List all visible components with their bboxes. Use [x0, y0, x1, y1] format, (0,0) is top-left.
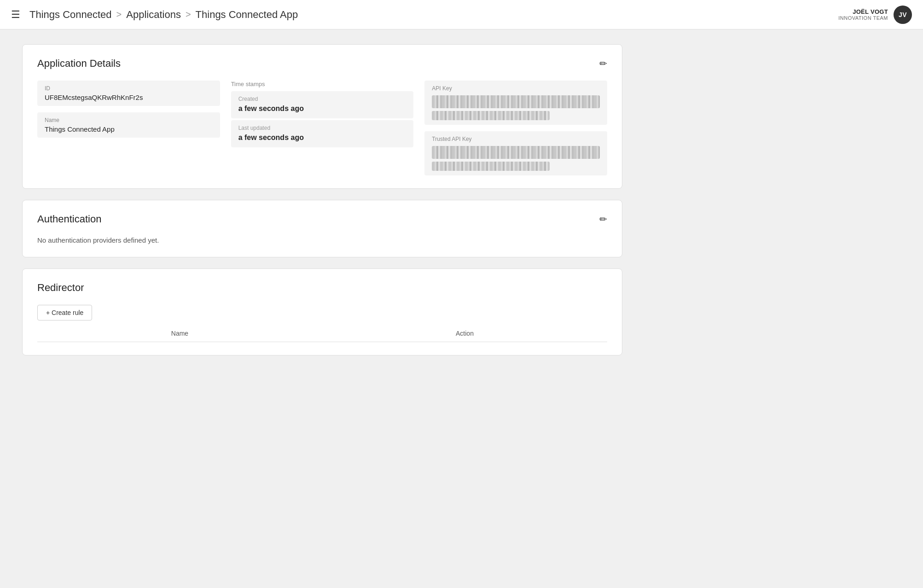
api-key-blur	[432, 95, 600, 108]
updated-value: a few seconds ago	[238, 133, 406, 143]
header-right: JOËL VOGT INNOVATION TEAM JV	[838, 6, 912, 24]
user-team: INNOVATION TEAM	[838, 15, 888, 21]
avatar[interactable]: JV	[894, 6, 912, 24]
updated-timestamp-box: Last updated a few seconds ago	[231, 120, 414, 147]
timestamps-label: Time stamps	[231, 81, 414, 87]
updated-label: Last updated	[238, 125, 406, 131]
app-details-grid: ID UF8EMcstegsaQKRwRhKnFr2s Name Things …	[37, 81, 607, 175]
card-header-auth: Authentication ✏	[37, 213, 607, 225]
trusted-api-key-blur	[432, 146, 600, 159]
edit-auth-icon[interactable]: ✏	[599, 214, 607, 225]
id-name-group: ID UF8EMcstegsaQKRwRhKnFr2s Name Things …	[37, 81, 220, 138]
breadcrumb-sep-1: >	[116, 9, 122, 20]
app-header: ☰ Things Connected > Applications > Thin…	[0, 0, 923, 29]
api-key-group: API Key	[424, 81, 607, 125]
hamburger-icon[interactable]: ☰	[11, 9, 20, 21]
redirector-title: Redirector	[37, 282, 84, 294]
header-left: ☰ Things Connected > Applications > Thin…	[11, 9, 838, 21]
user-info: JOËL VOGT INNOVATION TEAM	[838, 8, 888, 21]
created-label: Created	[238, 96, 406, 102]
breadcrumb-current: Things Connected App	[196, 9, 298, 21]
api-key-label: API Key	[432, 85, 600, 92]
id-field-box: ID UF8EMcstegsaQKRwRhKnFr2s	[37, 81, 220, 106]
created-value: a few seconds ago	[238, 104, 406, 114]
trusted-api-key-blur-2	[432, 162, 549, 171]
table-action-header: Action	[322, 330, 607, 337]
breadcrumb-applications[interactable]: Applications	[126, 9, 181, 21]
id-label: ID	[45, 85, 213, 92]
api-key-section: API Key Trusted API Key	[424, 81, 607, 175]
trusted-api-key-label: Trusted API Key	[432, 136, 600, 142]
table-name-header: Name	[37, 330, 322, 337]
name-value: Things Connected App	[45, 125, 213, 133]
user-name: JOËL VOGT	[838, 8, 888, 15]
created-timestamp-box: Created a few seconds ago	[231, 91, 414, 118]
application-details-card: Application Details ✏ ID UF8EMcstegsaQKR…	[22, 44, 622, 189]
main-content: Application Details ✏ ID UF8EMcstegsaQKR…	[0, 29, 644, 381]
id-value: UF8EMcstegsaQKRwRhKnFr2s	[45, 93, 213, 101]
trusted-api-key-group: Trusted API Key	[424, 131, 607, 175]
redirector-table-header: Name Action	[37, 330, 607, 342]
name-label: Name	[45, 117, 213, 123]
timestamps-section: Time stamps Created a few seconds ago La…	[231, 81, 414, 149]
redirector-card: Redirector + Create rule Name Action	[22, 268, 622, 355]
auth-message: No authentication providers defined yet.	[37, 236, 607, 244]
api-key-blur-2	[432, 111, 549, 120]
card-header-redirector: Redirector	[37, 282, 607, 294]
name-field-box: Name Things Connected App	[37, 112, 220, 138]
breadcrumb-root[interactable]: Things Connected	[29, 9, 112, 21]
breadcrumb: Things Connected > Applications > Things…	[29, 9, 298, 21]
breadcrumb-sep-2: >	[186, 9, 191, 20]
authentication-card: Authentication ✏ No authentication provi…	[22, 200, 622, 257]
card-header-details: Application Details ✏	[37, 58, 607, 70]
create-rule-button[interactable]: + Create rule	[37, 305, 92, 320]
authentication-title: Authentication	[37, 213, 101, 225]
edit-details-icon[interactable]: ✏	[599, 58, 607, 69]
application-details-title: Application Details	[37, 58, 121, 70]
